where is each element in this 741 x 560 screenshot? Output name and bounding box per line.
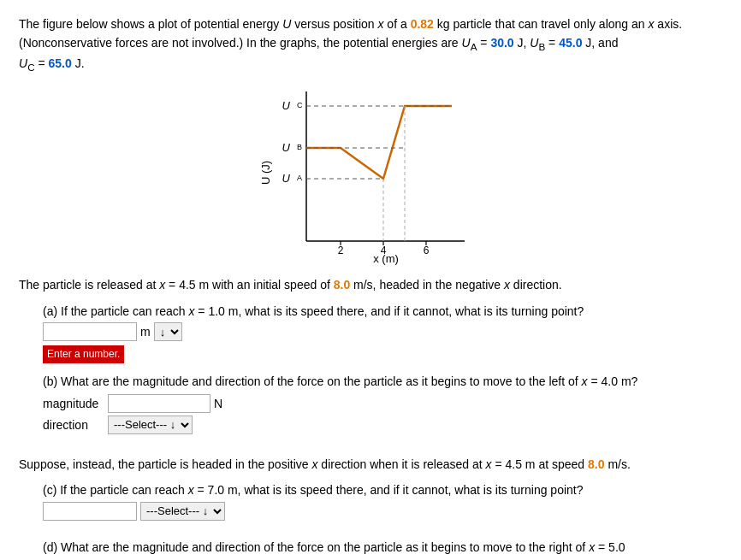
part-d-block: (d) What are the magnitude and direction… xyxy=(43,538,722,560)
potential-energy-graph: U (J) x (m) 2 4 6 U C xyxy=(259,83,482,267)
UC-label: U xyxy=(282,99,291,112)
UC-value: 65.0 xyxy=(49,56,72,70)
x-var2: x xyxy=(648,17,654,31)
part-c-question: (c) If the particle can reach x = 7.0 m,… xyxy=(43,480,722,499)
part-a-unit-label: m xyxy=(140,322,151,341)
part-c-value-input[interactable] xyxy=(43,502,137,521)
UB-label: U xyxy=(282,141,291,154)
part-d-question-line2: m? xyxy=(43,557,722,560)
part-b-question: (b) What are the magnitude and direction… xyxy=(43,372,722,391)
UB-sublabel: B xyxy=(297,143,302,151)
part-c-dropdown[interactable]: ---Select--- ↓ xyxy=(140,502,225,521)
part-b-block: (b) What are the magnitude and direction… xyxy=(43,372,722,434)
UA-sublabel: A xyxy=(297,174,302,182)
U-var: U xyxy=(282,17,291,31)
graph-wrap: U (J) x (m) 2 4 6 U C xyxy=(259,83,482,267)
xtick-2: 2 xyxy=(338,245,344,256)
part-a-question: (a) If the particle can reach x = 1.0 m,… xyxy=(43,302,722,321)
UC-sublabel: C xyxy=(297,101,303,109)
energy-curve xyxy=(306,106,452,179)
xtick-6: 6 xyxy=(424,245,430,256)
part-b-direction-dropdown[interactable]: ---Select--- ↓ xyxy=(108,416,193,434)
x-var: x xyxy=(377,17,383,31)
part-b-direction-row: direction ---Select--- ↓ xyxy=(43,416,722,434)
suppose-text: Suppose, instead, the particle is headed… xyxy=(19,455,722,474)
part-b-magnitude-unit: N xyxy=(214,394,222,413)
part-a-input-row: m ↓ xyxy=(43,322,722,341)
suppose-speed: 8.0 xyxy=(588,457,604,471)
intro-paragraph: The figure below shows a plot of potenti… xyxy=(19,15,722,74)
part-c-input-row: ---Select--- ↓ xyxy=(43,502,722,521)
graph-container: U (J) x (m) 2 4 6 U C xyxy=(19,83,722,267)
part-a-dropdown[interactable]: ↓ xyxy=(154,322,182,341)
mass-value: 0.82 xyxy=(411,17,434,31)
y-axis-label: U (J) xyxy=(259,161,272,185)
UA-value: 30.0 xyxy=(490,36,513,50)
part-a-block: (a) If the particle can reach x = 1.0 m,… xyxy=(43,302,722,363)
part-b-magnitude-row: magnitude N xyxy=(43,394,722,413)
part-b-direction-label: direction xyxy=(43,416,104,434)
part-b-magnitude-input[interactable] xyxy=(108,394,210,413)
release-text: The particle is released at x = 4.5 m wi… xyxy=(19,275,722,294)
part-d-question: (d) What are the magnitude and direction… xyxy=(43,538,722,557)
part-c-block: (c) If the particle can reach x = 7.0 m,… xyxy=(43,480,722,520)
part-a-value-input[interactable] xyxy=(43,322,137,341)
part-a-error: Enter a number. xyxy=(43,345,124,363)
initial-speed: 8.0 xyxy=(334,278,350,292)
xtick-4: 4 xyxy=(381,245,387,256)
UB-value: 45.0 xyxy=(559,36,582,50)
part-b-magnitude-label: magnitude xyxy=(43,394,104,413)
UA-label: U xyxy=(282,172,291,185)
